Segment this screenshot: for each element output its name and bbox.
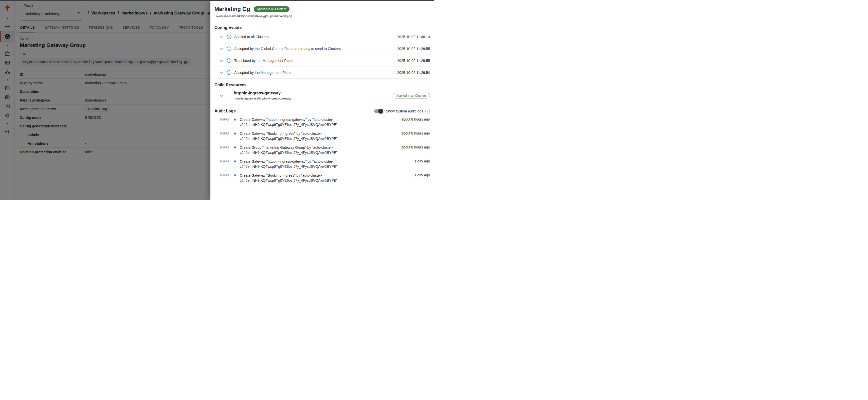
log-time: about 8 hours ago	[401, 145, 430, 149]
audit-logs-title: Audit Logs	[214, 109, 374, 113]
log-level: INFO	[220, 173, 233, 177]
chevron-down-icon[interactable]	[220, 47, 223, 51]
log-message: Create Gateway "httpbin-ingress-gateway"…	[240, 159, 359, 169]
event-label: Translated by the Management Plane	[234, 59, 394, 63]
audit-log-entry: INFO Create Gateway "Bookinfo Ingress" b…	[214, 131, 430, 145]
audit-log-entry: INFO Create Group "marketing Gateway Gro…	[214, 145, 430, 159]
event-timestamp: 2025-10-02 11:29:54	[397, 70, 430, 75]
panel-header: Marketing Gg Applied in all Clusters ../…	[210, 1, 434, 21]
child-resource-row: httpbin-ingress-gateway ../unifiedgatewa…	[214, 88, 430, 104]
log-level: INFO	[220, 145, 233, 149]
config-event-row: Translated by the Management Plane 2025-…	[214, 55, 430, 67]
timeline-dot-icon	[234, 118, 236, 120]
window-top-bar	[0, 0, 434, 1]
event-label: Accepted by the Management Plane	[234, 70, 394, 75]
timeline-line	[235, 122, 235, 130]
info-circle-icon	[227, 58, 232, 63]
show-system-audit-logs-toggle[interactable]	[374, 109, 383, 113]
log-time: 1 day ago	[414, 173, 430, 177]
audit-log-entry: INFO Create Gateway "httpbin-ingress-gat…	[214, 159, 430, 173]
help-question-icon[interactable]: ?	[425, 109, 430, 113]
event-label: Accepted by the Global Control Plane and…	[234, 47, 394, 51]
chevron-down-icon[interactable]	[220, 93, 223, 98]
child-status-badge: Applied in all Clusters	[393, 93, 430, 98]
config-event-row: Applied to all Clusters 2025-10-02 11:30…	[214, 31, 430, 43]
audit-log-entry: INFO Create Gateway "httpbin-ingress-gat…	[214, 117, 430, 131]
log-level: INFO	[220, 117, 233, 121]
config-events-section: Config Events Applied to all Clusters 20…	[210, 25, 434, 79]
config-events-title: Config Events	[214, 25, 430, 30]
log-message: Create Gateway "httpbin-ingress-gateway"…	[240, 117, 359, 127]
audit-log-list: INFO Create Gateway "httpbin-ingress-gat…	[214, 117, 430, 187]
info-circle-icon	[227, 46, 232, 51]
event-timestamp: 2025-10-02 11:29:55	[397, 59, 430, 63]
chevron-down-icon[interactable]	[220, 58, 223, 63]
log-time: about 8 hours ago	[401, 117, 430, 121]
log-message: Create Gateway "Bookinfo Ingress" by "au…	[240, 173, 359, 183]
timeline-line	[235, 150, 235, 158]
log-message: Create Group "marketing Gateway Group" b…	[240, 145, 359, 155]
config-event-row: Accepted by the Management Plane 2025-10…	[214, 67, 430, 79]
audit-logs-section: Audit Logs Show system audit logs ? INFO…	[210, 109, 434, 187]
event-timestamp: 2025-10-02 11:29:55	[397, 47, 430, 51]
child-resource-path: ../unifiedgateways/httpbin-ingress-gatew…	[234, 97, 393, 100]
panel-resource-path: ../workspaces/marketing-ws/gatewaygroups…	[214, 15, 430, 18]
audit-log-entry: INFO Create Gateway "Bookinfo Ingress" b…	[214, 173, 430, 187]
log-level: INFO	[220, 131, 233, 135]
chevron-down-icon[interactable]	[220, 70, 223, 75]
timeline-dot-icon	[234, 174, 236, 176]
toggle-knob	[378, 109, 383, 114]
timeline-line	[235, 136, 235, 143]
child-resource-name[interactable]: httpbin-ingress-gateway	[234, 91, 393, 95]
log-time: about 8 hours ago	[401, 131, 430, 135]
child-resources-title: Child Resources	[214, 83, 430, 87]
toggle-label: Show system audit logs	[386, 109, 423, 113]
log-message: Create Gateway "Bookinfo Ingress" by "au…	[240, 131, 359, 141]
event-timestamp: 2025-10-02 11:30:13	[397, 35, 430, 39]
resource-detail-panel: Marketing Gg Applied in all Clusters ../…	[210, 1, 434, 200]
timeline-dot-icon	[234, 146, 236, 148]
chevron-down-icon[interactable]	[220, 34, 223, 39]
child-resources-section: Child Resources httpbin-ingress-gateway …	[210, 83, 434, 104]
applied-status-badge: Applied in all Clusters	[254, 6, 289, 12]
timeline-dot-icon	[234, 133, 236, 135]
check-circle-icon	[227, 34, 232, 39]
timeline-line	[235, 164, 235, 171]
log-time: 1 day ago	[414, 159, 430, 163]
event-label: Applied to all Clusters	[234, 35, 394, 39]
log-level: INFO	[220, 159, 233, 163]
timeline-dot-icon	[234, 161, 236, 163]
config-event-row: Accepted by the Global Control Plane and…	[214, 43, 430, 55]
panel-title: Marketing Gg	[214, 6, 250, 12]
info-circle-icon	[227, 70, 232, 75]
